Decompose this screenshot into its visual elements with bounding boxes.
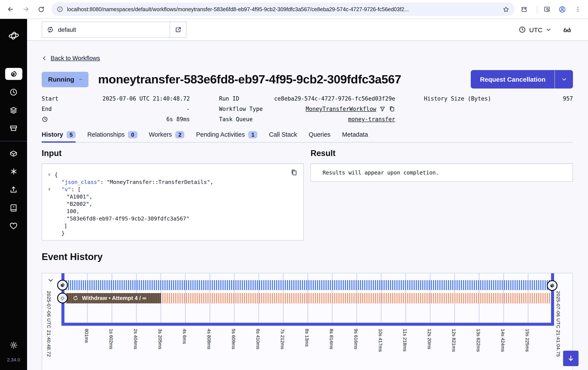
status-label: Running bbox=[48, 76, 74, 83]
workflow-span-bar[interactable] bbox=[66, 280, 550, 290]
clock-icon bbox=[42, 116, 48, 122]
event-history-timeline: Withdraw • Attempt 4 / ∞ ◇ 2025-07-06 UT… bbox=[42, 273, 573, 370]
temporal-logo-icon[interactable] bbox=[8, 30, 19, 41]
json-line: "A1001", bbox=[48, 193, 286, 200]
chrome-divider bbox=[537, 5, 537, 13]
back-to-workflows-link[interactable]: Back to Workflows bbox=[42, 54, 100, 61]
labs-glasses-icon[interactable] bbox=[563, 25, 572, 34]
sidebar-item-nexus[interactable] bbox=[5, 147, 22, 159]
browser-forward-icon[interactable] bbox=[20, 3, 32, 15]
tab-label: Metadata bbox=[342, 131, 368, 138]
input-heading: Input bbox=[42, 149, 304, 158]
browser-back-icon[interactable] bbox=[4, 3, 16, 15]
tab-label: History bbox=[42, 131, 63, 138]
tick-label: 2s 404ms bbox=[133, 328, 138, 349]
json-key: "v" bbox=[62, 186, 71, 192]
asterisk-icon bbox=[9, 167, 18, 176]
json-line: 100, bbox=[48, 207, 286, 215]
tab-bar: History5Relationships0Workers2Pending Ac… bbox=[42, 131, 573, 142]
tab-history[interactable]: History5 bbox=[42, 131, 76, 138]
tick-label: 8s 814ms bbox=[329, 328, 334, 349]
detail-value: 957 bbox=[563, 95, 573, 102]
namespace-external-link-icon[interactable] bbox=[170, 22, 186, 37]
json-text: "A1001", bbox=[67, 193, 92, 200]
sidebar-item-docs[interactable] bbox=[5, 202, 22, 214]
sidebar: 2.34.0 bbox=[0, 19, 27, 370]
sidebar-item-codec[interactable] bbox=[5, 165, 22, 177]
tick-label: 3s 205ms bbox=[158, 328, 163, 349]
address-bar[interactable]: localhost:8080/namespaces/default/workfl… bbox=[52, 3, 514, 16]
browser-menu-icon[interactable] bbox=[572, 3, 584, 15]
timezone-selector[interactable]: UTC bbox=[518, 26, 551, 33]
input-panel: ∨{"json_class": "MoneyTransfer::Transfer… bbox=[42, 163, 304, 240]
site-info-icon[interactable] bbox=[57, 6, 63, 12]
status-badge[interactable]: Running ~ bbox=[42, 72, 89, 87]
detail-value-text: 6s 89ms bbox=[166, 116, 190, 122]
detail-value: 6s 89ms bbox=[166, 116, 190, 122]
json-gutter bbox=[48, 207, 54, 215]
namespace-selector[interactable]: default bbox=[42, 22, 186, 38]
sidebar-item-batch-operations[interactable] bbox=[5, 122, 22, 134]
detail-label: Start bbox=[42, 95, 58, 102]
result-panel: Results will appear upon completion. bbox=[311, 163, 573, 182]
expand-toggle-icon[interactable]: ∨ bbox=[48, 171, 54, 178]
tab-count-badge: 5 bbox=[67, 131, 76, 138]
upload-icon bbox=[9, 185, 18, 194]
detail-row: 6s 89ms bbox=[42, 114, 190, 124]
extensions-icon[interactable] bbox=[518, 3, 530, 15]
activity-label[interactable]: Withdraw • Attempt 4 / ∞ bbox=[67, 293, 161, 303]
details-column: Start2025-07-06 UTC 21:40:48.72End-6s 89… bbox=[42, 93, 190, 124]
filter-icon[interactable] bbox=[379, 106, 386, 112]
tab-relationships[interactable]: Relationships0 bbox=[87, 131, 137, 138]
detail-link[interactable]: MoneyTransferWorkflow bbox=[305, 106, 376, 112]
detail-value-text: - bbox=[186, 106, 190, 112]
profile-icon[interactable] bbox=[556, 3, 568, 15]
scroll-to-bottom-button[interactable] bbox=[563, 351, 578, 366]
tick-label: 12s 821ms bbox=[452, 328, 457, 352]
json-gutter bbox=[48, 193, 54, 200]
url-text[interactable]: localhost:8080/namespaces/default/workfl… bbox=[67, 6, 503, 12]
tab-call-stack[interactable]: Call Stack bbox=[269, 131, 297, 138]
tick-label: 12s 20ms bbox=[427, 328, 432, 349]
tick-label: 13s 622ms bbox=[476, 328, 481, 352]
tab-search-icon[interactable] bbox=[541, 3, 553, 15]
detail-value: MoneyTransferWorkflow bbox=[305, 106, 395, 112]
timeline-start-time: 2025-07-06 UTC 21:40:48.72 bbox=[46, 291, 52, 357]
tab-workers[interactable]: Workers2 bbox=[149, 131, 184, 138]
sidebar-item-workflows[interactable] bbox=[5, 68, 22, 80]
timeline-collapse-chevron-icon[interactable] bbox=[47, 277, 54, 283]
detail-value-text: 957 bbox=[563, 95, 573, 102]
copy-input-icon[interactable] bbox=[290, 169, 298, 176]
tick-label: 5s 609ms bbox=[231, 328, 236, 349]
workflow-latest-marker[interactable] bbox=[547, 280, 557, 291]
theme-toggle[interactable] bbox=[5, 339, 22, 351]
cancel-options-chevron-icon[interactable] bbox=[555, 70, 573, 88]
tick-label: 4s 6ms bbox=[182, 328, 187, 344]
json-text: ] bbox=[64, 222, 67, 229]
tab-metadata[interactable]: Metadata bbox=[342, 131, 368, 138]
sidebar-item-import[interactable] bbox=[5, 184, 22, 196]
sidebar-item-feedback[interactable] bbox=[5, 220, 22, 232]
sidebar-item-schedules[interactable] bbox=[5, 86, 22, 98]
chevron-left-icon bbox=[42, 55, 47, 61]
browser-reload-icon[interactable] bbox=[35, 3, 47, 15]
tab-queries[interactable]: Queries bbox=[309, 131, 331, 138]
bookmark-star-icon[interactable] bbox=[503, 6, 509, 13]
sidebar-item-deployments[interactable] bbox=[5, 104, 22, 116]
activity-marker[interactable]: ◇ bbox=[57, 293, 68, 303]
topbar: default UTC bbox=[27, 19, 588, 41]
tick-label: 6s 410ms bbox=[256, 328, 261, 349]
copy-icon[interactable] bbox=[389, 106, 395, 112]
json-text: "B2002", bbox=[67, 200, 92, 207]
json-gutter bbox=[48, 229, 54, 237]
request-cancellation-button[interactable]: Request Cancellation bbox=[471, 70, 573, 88]
workflow-start-marker[interactable] bbox=[57, 280, 68, 290]
detail-row: History Size (Bytes)957 bbox=[424, 93, 573, 104]
timezone-label: UTC bbox=[529, 26, 543, 33]
tab-label: Relationships bbox=[87, 131, 125, 138]
json-line: ∨{ bbox=[48, 171, 286, 178]
browser-chrome: localhost:8080/namespaces/default/workfl… bbox=[0, 0, 588, 19]
expand-toggle-icon[interactable]: ∨ bbox=[48, 185, 54, 193]
tab-pending-activities[interactable]: Pending Activities1 bbox=[196, 131, 257, 138]
detail-link[interactable]: money-transfer bbox=[348, 116, 395, 122]
